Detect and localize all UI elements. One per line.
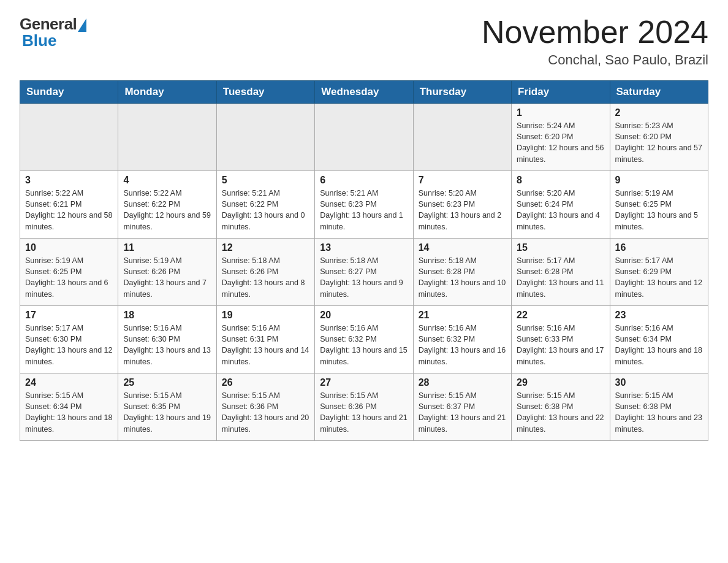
day-number: 10: [25, 242, 113, 253]
calendar-cell: [118, 104, 216, 171]
calendar-cell: 23Sunrise: 5:16 AMSunset: 6:34 PMDayligh…: [610, 306, 708, 373]
day-info: Sunrise: 5:15 AMSunset: 6:38 PMDaylight:…: [615, 390, 703, 435]
day-info: Sunrise: 5:15 AMSunset: 6:36 PMDaylight:…: [222, 390, 309, 435]
weekday-header-tuesday: Tuesday: [216, 81, 314, 104]
day-number: 26: [222, 377, 309, 388]
day-number: 9: [615, 175, 703, 186]
day-info: Sunrise: 5:21 AMSunset: 6:22 PMDaylight:…: [222, 188, 309, 232]
calendar-cell: 14Sunrise: 5:18 AMSunset: 6:28 PMDayligh…: [413, 239, 511, 306]
day-number: 2: [615, 107, 703, 118]
day-number: 4: [123, 175, 211, 186]
calendar-body: 1Sunrise: 5:24 AMSunset: 6:20 PMDaylight…: [20, 104, 708, 441]
weekday-header-monday: Monday: [118, 81, 216, 104]
calendar-cell: 30Sunrise: 5:15 AMSunset: 6:38 PMDayligh…: [610, 373, 708, 441]
calendar-cell: 9Sunrise: 5:19 AMSunset: 6:25 PMDaylight…: [610, 171, 708, 239]
day-info: Sunrise: 5:20 AMSunset: 6:24 PMDaylight:…: [517, 188, 604, 232]
calendar-cell: 11Sunrise: 5:19 AMSunset: 6:26 PMDayligh…: [118, 239, 216, 306]
calendar-cell: 13Sunrise: 5:18 AMSunset: 6:27 PMDayligh…: [315, 239, 413, 306]
day-number: 8: [517, 175, 604, 186]
day-info: Sunrise: 5:16 AMSunset: 6:32 PMDaylight:…: [320, 323, 408, 367]
calendar-cell: 17Sunrise: 5:17 AMSunset: 6:30 PMDayligh…: [20, 306, 118, 373]
day-number: 12: [222, 242, 309, 253]
day-info: Sunrise: 5:19 AMSunset: 6:25 PMDaylight:…: [25, 255, 113, 300]
weekday-header-wednesday: Wednesday: [315, 81, 413, 104]
page-header: General Blue November 2024 Conchal, Sao …: [20, 15, 708, 68]
logo-triangle-icon: [78, 18, 86, 32]
day-number: 30: [615, 377, 703, 388]
day-number: 28: [419, 377, 506, 388]
logo: General Blue: [20, 15, 86, 50]
day-info: Sunrise: 5:23 AMSunset: 6:20 PMDaylight:…: [615, 120, 703, 165]
day-info: Sunrise: 5:15 AMSunset: 6:36 PMDaylight:…: [320, 390, 408, 435]
day-info: Sunrise: 5:16 AMSunset: 6:30 PMDaylight:…: [123, 323, 211, 367]
calendar-cell: 2Sunrise: 5:23 AMSunset: 6:20 PMDaylight…: [610, 104, 708, 171]
calendar-cell: 15Sunrise: 5:17 AMSunset: 6:28 PMDayligh…: [512, 239, 610, 306]
day-number: 23: [615, 310, 703, 321]
day-info: Sunrise: 5:20 AMSunset: 6:23 PMDaylight:…: [419, 188, 506, 232]
calendar-week-row: 17Sunrise: 5:17 AMSunset: 6:30 PMDayligh…: [20, 306, 708, 373]
day-info: Sunrise: 5:18 AMSunset: 6:27 PMDaylight:…: [320, 255, 408, 300]
day-info: Sunrise: 5:18 AMSunset: 6:28 PMDaylight:…: [419, 255, 506, 300]
weekday-header-thursday: Thursday: [413, 81, 511, 104]
day-info: Sunrise: 5:15 AMSunset: 6:38 PMDaylight:…: [517, 390, 604, 435]
calendar-cell: 3Sunrise: 5:22 AMSunset: 6:21 PMDaylight…: [20, 171, 118, 239]
calendar-table: SundayMondayTuesdayWednesdayThursdayFrid…: [20, 80, 708, 441]
calendar-cell: 1Sunrise: 5:24 AMSunset: 6:20 PMDaylight…: [512, 104, 610, 171]
month-title: November 2024: [482, 15, 708, 50]
day-info: Sunrise: 5:15 AMSunset: 6:37 PMDaylight:…: [419, 390, 506, 435]
calendar-cell: 10Sunrise: 5:19 AMSunset: 6:25 PMDayligh…: [20, 239, 118, 306]
calendar-cell: 21Sunrise: 5:16 AMSunset: 6:32 PMDayligh…: [413, 306, 511, 373]
calendar-cell: 18Sunrise: 5:16 AMSunset: 6:30 PMDayligh…: [118, 306, 216, 373]
day-number: 22: [517, 310, 604, 321]
calendar-cell: 29Sunrise: 5:15 AMSunset: 6:38 PMDayligh…: [512, 373, 610, 441]
day-number: 11: [123, 242, 211, 253]
calendar-cell: 5Sunrise: 5:21 AMSunset: 6:22 PMDaylight…: [216, 171, 314, 239]
day-number: 25: [123, 377, 211, 388]
weekday-header-sunday: Sunday: [20, 81, 118, 104]
calendar-cell: 25Sunrise: 5:15 AMSunset: 6:35 PMDayligh…: [118, 373, 216, 441]
calendar-cell: 7Sunrise: 5:20 AMSunset: 6:23 PMDaylight…: [413, 171, 511, 239]
calendar-cell: [20, 104, 118, 171]
calendar-cell: 28Sunrise: 5:15 AMSunset: 6:37 PMDayligh…: [413, 373, 511, 441]
title-section: November 2024 Conchal, Sao Paulo, Brazil: [482, 15, 708, 68]
day-number: 19: [222, 310, 309, 321]
day-info: Sunrise: 5:17 AMSunset: 6:28 PMDaylight:…: [517, 255, 604, 300]
day-number: 21: [419, 310, 506, 321]
day-info: Sunrise: 5:15 AMSunset: 6:34 PMDaylight:…: [25, 390, 113, 435]
location-text: Conchal, Sao Paulo, Brazil: [482, 52, 708, 68]
weekday-header-friday: Friday: [512, 81, 610, 104]
calendar-cell: 24Sunrise: 5:15 AMSunset: 6:34 PMDayligh…: [20, 373, 118, 441]
logo-blue-text: Blue: [20, 31, 56, 50]
calendar-cell: [315, 104, 413, 171]
calendar-cell: [413, 104, 511, 171]
calendar-week-row: 24Sunrise: 5:15 AMSunset: 6:34 PMDayligh…: [20, 373, 708, 441]
day-info: Sunrise: 5:21 AMSunset: 6:23 PMDaylight:…: [320, 188, 408, 232]
day-number: 6: [320, 175, 408, 186]
calendar-week-row: 10Sunrise: 5:19 AMSunset: 6:25 PMDayligh…: [20, 239, 708, 306]
day-number: 7: [419, 175, 506, 186]
calendar-cell: 20Sunrise: 5:16 AMSunset: 6:32 PMDayligh…: [315, 306, 413, 373]
day-info: Sunrise: 5:19 AMSunset: 6:26 PMDaylight:…: [123, 255, 211, 300]
calendar-week-row: 1Sunrise: 5:24 AMSunset: 6:20 PMDaylight…: [20, 104, 708, 171]
calendar-week-row: 3Sunrise: 5:22 AMSunset: 6:21 PMDaylight…: [20, 171, 708, 239]
calendar-cell: 22Sunrise: 5:16 AMSunset: 6:33 PMDayligh…: [512, 306, 610, 373]
calendar-cell: 4Sunrise: 5:22 AMSunset: 6:22 PMDaylight…: [118, 171, 216, 239]
calendar-cell: [216, 104, 314, 171]
day-number: 15: [517, 242, 604, 253]
day-number: 18: [123, 310, 211, 321]
day-number: 27: [320, 377, 408, 388]
day-number: 14: [419, 242, 506, 253]
calendar-cell: 8Sunrise: 5:20 AMSunset: 6:24 PMDaylight…: [512, 171, 610, 239]
calendar-cell: 6Sunrise: 5:21 AMSunset: 6:23 PMDaylight…: [315, 171, 413, 239]
day-number: 1: [517, 107, 604, 118]
weekday-header-saturday: Saturday: [610, 81, 708, 104]
weekday-header-row: SundayMondayTuesdayWednesdayThursdayFrid…: [20, 81, 708, 104]
calendar-cell: 16Sunrise: 5:17 AMSunset: 6:29 PMDayligh…: [610, 239, 708, 306]
day-info: Sunrise: 5:18 AMSunset: 6:26 PMDaylight:…: [222, 255, 309, 300]
day-info: Sunrise: 5:22 AMSunset: 6:21 PMDaylight:…: [25, 188, 113, 232]
day-number: 17: [25, 310, 113, 321]
day-number: 29: [517, 377, 604, 388]
day-info: Sunrise: 5:22 AMSunset: 6:22 PMDaylight:…: [123, 188, 211, 232]
day-info: Sunrise: 5:16 AMSunset: 6:33 PMDaylight:…: [517, 323, 604, 367]
calendar-cell: 19Sunrise: 5:16 AMSunset: 6:31 PMDayligh…: [216, 306, 314, 373]
